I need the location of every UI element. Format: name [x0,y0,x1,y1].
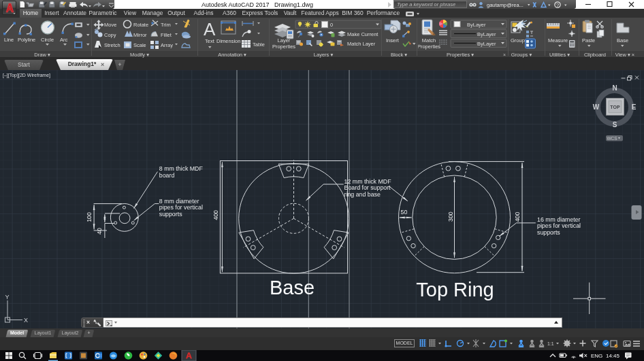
svg-text:14:45: 14:45 [606,353,620,359]
svg-text:supports: supports [159,211,182,218]
svg-text:Insert: Insert [386,37,400,44]
svg-text:board: board [159,172,175,179]
svg-text:1:1: 1:1 [547,341,554,346]
svg-text:Layer: Layer [278,37,291,44]
svg-text:pipes for vertical: pipes for vertical [537,222,581,229]
svg-text:Dimension: Dimension [216,38,240,44]
svg-text:Properties: Properties [418,44,440,50]
svg-text:A: A [204,19,216,39]
svg-text:TOP: TOP [610,105,620,109]
svg-text:gautamp@rea...: gautamp@rea... [487,2,524,8]
svg-text:Board for support: Board for support [344,184,391,191]
svg-text:Arc: Arc [60,37,68,43]
svg-text:400: 400 [514,212,521,222]
svg-text:8 mm diameter: 8 mm diameter [159,198,199,205]
svg-text:X: X [24,317,28,324]
svg-text:Y: Y [5,294,10,300]
svg-text:Match: Match [422,37,436,44]
svg-text:Line: Line [4,37,14,43]
svg-text:Move: Move [104,22,116,28]
svg-text:400: 400 [212,210,219,220]
svg-text:100: 100 [86,212,93,222]
svg-text:ByLayer: ByLayer [467,22,486,28]
svg-text:supports: supports [537,229,560,236]
svg-text:50: 50 [401,209,408,216]
svg-text:Match Layer: Match Layer [347,41,376,47]
svg-text:Table: Table [253,41,265,48]
svg-text:?: ? [556,2,559,8]
svg-text:Base: Base [270,277,315,298]
svg-text:Make Current: Make Current [347,31,379,37]
svg-text:Text: Text [205,38,215,44]
svg-text:Scale: Scale [133,42,146,48]
svg-text:Measure: Measure [548,37,568,44]
svg-text:Stretch: Stretch [104,42,120,48]
svg-text:0: 0 [330,22,333,28]
svg-text:Trim: Trim [161,22,171,28]
svg-text:Mirror: Mirror [133,32,147,38]
svg-text:Top Ring: Top Ring [416,279,494,300]
svg-text:8 mm thick MDF: 8 mm thick MDF [159,165,204,172]
svg-text:Copy: Copy [104,32,116,38]
svg-text:40: 40 [96,228,103,235]
svg-text:ByLayer: ByLayer [477,31,496,37]
svg-text:Circle: Circle [41,37,54,43]
svg-text:E: E [632,103,637,111]
svg-text:[–][Top][2D Wireframe]: [–][Top][2D Wireframe] [3,73,50,78]
svg-text:ENG: ENG [591,353,602,359]
svg-text:Base: Base [617,37,628,44]
svg-text:Paste: Paste [582,37,595,44]
svg-text:Fillet: Fillet [161,32,172,38]
svg-text:W: W [593,103,600,111]
svg-text:Properties: Properties [272,44,295,50]
svg-text:300: 300 [447,211,454,222]
svg-text:WCS: WCS [607,136,617,141]
svg-text:16 mm diameter: 16 mm diameter [537,216,581,223]
svg-text:S: S [613,121,617,128]
svg-text:Group: Group [511,37,525,44]
svg-text:ring and base: ring and base [344,191,381,198]
svg-text:ByLayer: ByLayer [477,41,496,47]
svg-text:Array: Array [161,42,173,48]
svg-text:Rotate: Rotate [133,22,148,28]
svg-text:N: N [612,84,617,92]
svg-text:Polyline: Polyline [18,37,35,43]
svg-text:pipes for vertical: pipes for vertical [159,204,203,211]
svg-text:12 mm thick MDF: 12 mm thick MDF [344,178,392,185]
